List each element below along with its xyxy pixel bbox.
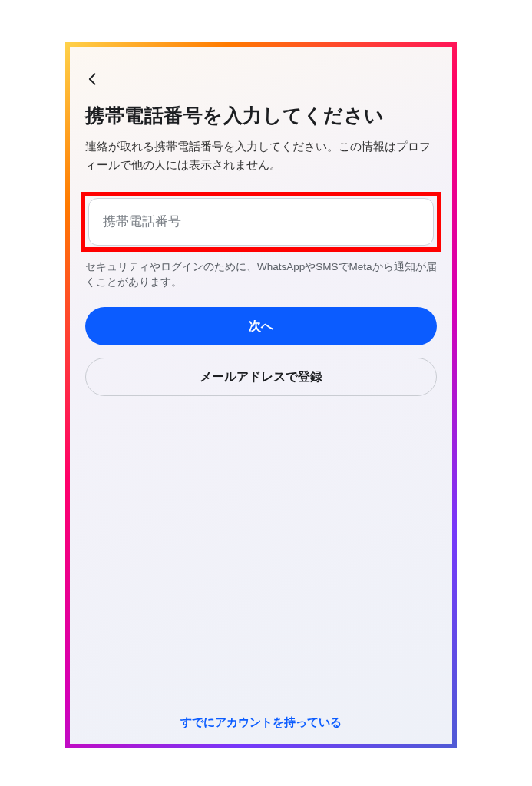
signup-phone-screen: 携帯電話番号を入力してください 連絡が取れる携帯電話番号を入力してください。この…	[70, 47, 452, 744]
next-button[interactable]: 次へ	[85, 307, 437, 345]
security-hint: セキュリティやログインのために、WhatsAppやSMSでMetaから通知が届く…	[85, 259, 437, 291]
existing-account-link[interactable]: すでにアカウントを持っている	[70, 715, 452, 730]
highlight-box	[81, 192, 441, 252]
chevron-left-icon	[85, 71, 101, 87]
phone-input[interactable]	[88, 198, 434, 246]
page-subtitle: 連絡が取れる携帯電話番号を入力してください。この情報はプロフィールで他の人には表…	[85, 138, 437, 175]
signup-with-email-button[interactable]: メールアドレスで登録	[85, 358, 437, 396]
page-title: 携帯電話番号を入力してください	[85, 103, 437, 129]
back-button[interactable]	[85, 66, 111, 92]
